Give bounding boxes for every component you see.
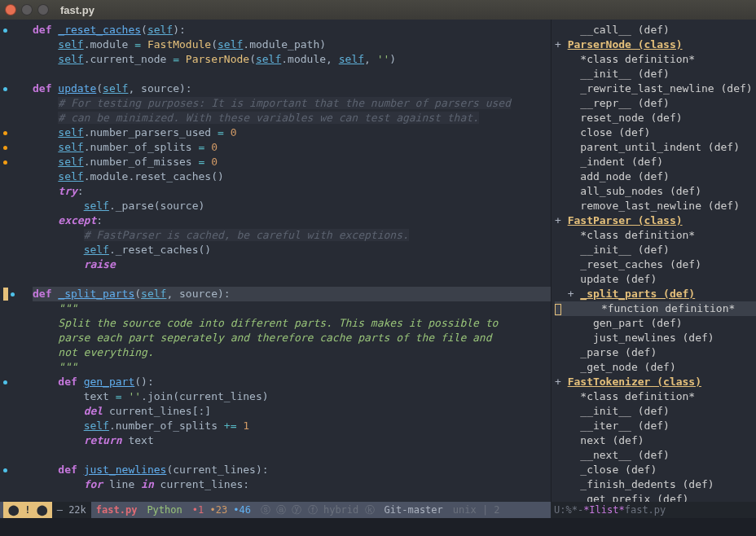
outline-item[interactable]: update (def) [555,272,756,287]
outline-item[interactable]: __init__ (def) [555,404,756,419]
outline-item[interactable]: __repr__ (def) [555,96,756,111]
code-line[interactable]: self._parse(source) [33,199,551,213]
editor-pane[interactable]: def _reset_caches(self): self.module = F… [0,20,551,502]
outline-item[interactable]: _get_node (def) [555,360,756,375]
outline-item[interactable]: *class definition* [555,52,756,67]
window-maximize-button[interactable] [37,4,49,15]
outline-item[interactable]: + FastTokenizer (class) [555,375,756,389]
outline-item[interactable]: _close (def) [555,463,756,477]
code-line[interactable]: def update(self, source): [33,81,551,96]
outline-item[interactable]: _parse (def) [555,345,756,360]
window-titlebar: fast.py [0,0,756,20]
code-line[interactable]: self.module.reset_caches() [33,169,551,184]
outline-item[interactable]: reset_node (def) [555,111,756,125]
blue-dot-icon [11,292,15,297]
outline-item[interactable]: remove_last_newline (def) [555,199,756,213]
modeline-errors[interactable]: •1 •23 •46 [187,502,256,518]
modeline-vcs[interactable]: Git-master [380,502,448,518]
outline-item[interactable]: __next__ (def) [555,448,756,463]
code-line[interactable]: """ [33,301,551,316]
gutter-row [0,448,24,463]
gutter-row [0,125,24,140]
code-line[interactable]: self.number_of_splits += 1 [33,419,551,433]
outline-item[interactable]: __init__ (def) [555,243,756,257]
outline-item[interactable]: __call__ (def) [555,23,756,37]
outline-item[interactable]: all_sub_nodes (def) [555,184,756,199]
code-line[interactable]: def just_newlines(current_lines): [33,463,551,477]
gutter-row [0,389,24,404]
window-close-button[interactable] [5,4,16,15]
blue-dot-icon [3,87,7,91]
gutter-row [0,199,24,213]
editor-code[interactable]: def _reset_caches(self): self.module = F… [24,20,551,502]
minibuffer[interactable] [0,518,756,536]
outline-item[interactable]: _indent (def) [555,155,756,169]
code-line[interactable]: except: [33,213,551,228]
outline-item[interactable]: __init__ (def) [555,67,756,81]
code-line[interactable]: try: [33,184,551,199]
outline-item[interactable]: gen_part (def) [555,316,756,331]
outline-item[interactable]: close (def) [555,125,756,140]
code-line[interactable]: return text [33,433,551,448]
cursor-gutter-icon [3,288,8,301]
outline-item[interactable]: *class definition* [555,389,756,404]
main-area: def _reset_caches(self): self.module = F… [0,20,756,502]
code-line[interactable]: text = ''.join(current_lines) [33,389,551,404]
code-line[interactable]: """ [33,360,551,375]
code-line[interactable]: for line in current_lines: [33,477,551,492]
modeline-right-file: fast.py [625,504,666,516]
outline-item[interactable]: *function definition* [555,301,756,316]
modeline-flycheck-indicator[interactable]: ⬤ ! ⬤ [3,502,52,518]
outline-item[interactable]: + _split_parts (def) [555,287,756,301]
gutter-row [0,404,24,419]
modeline-filename[interactable]: fast.py [91,502,143,518]
outline-item[interactable]: _get_prefix (def) [555,492,756,502]
outline-item[interactable]: + FastParser (class) [555,213,756,228]
outline-item[interactable]: _reset_caches (def) [555,257,756,272]
code-line[interactable] [33,272,551,287]
code-line[interactable]: self.number_of_splits = 0 [33,140,551,155]
code-line[interactable]: def _reset_caches(self): [33,23,551,37]
code-line[interactable]: Split the source code into different par… [33,316,551,331]
code-line[interactable]: raise [33,257,551,272]
window-title: fast.py [60,4,94,16]
outline-item[interactable]: _rewrite_last_newline (def) [555,81,756,96]
outline-item[interactable]: __iter__ (def) [555,419,756,433]
outline-item[interactable]: just_newlines (def) [555,331,756,345]
outline-item[interactable]: _finish_dedents (def) [555,477,756,492]
window-minimize-button[interactable] [21,4,33,15]
code-line[interactable]: # FastParser is cached, be careful with … [33,228,551,243]
outline-item[interactable]: add_node (def) [555,169,756,184]
code-line[interactable]: not everything. [33,345,551,360]
outline-item[interactable]: *class definition* [555,228,756,243]
outline-pane[interactable]: __call__ (def)+ ParserNode (class) *clas… [551,20,756,502]
code-line[interactable]: parse each part seperately and therefore… [33,331,551,345]
gutter-row [0,287,24,301]
outline-item[interactable]: + ParserNode (class) [555,37,756,52]
code-line[interactable]: self._reset_caches() [33,243,551,257]
outline-item[interactable]: next (def) [555,433,756,448]
code-line[interactable]: def gen_part(): [33,375,551,389]
gutter-row [0,419,24,433]
code-line[interactable]: # For testing purposes: It is important … [33,96,551,111]
modeline-major-mode[interactable]: Python [142,502,187,518]
code-line[interactable]: self.number_parsers_used = 0 [33,125,551,140]
gutter-row [0,272,24,287]
modeline-encoding: unix | 2 [448,502,505,518]
code-line[interactable]: # can be minimized. With these variables… [33,111,551,125]
code-line[interactable]: del current_lines[:] [33,404,551,419]
gutter-row [0,331,24,345]
code-line[interactable]: self.module = FastModule(self.module_pat… [33,37,551,52]
gutter-row [0,111,24,125]
modeline-right-status: U:%*- [554,504,583,516]
code-line[interactable] [33,448,551,463]
code-line[interactable]: self.current_node = ParserNode(self.modu… [33,52,551,67]
code-line[interactable]: def _split_parts(self, source): [33,287,551,301]
outline-item[interactable]: parent_until_indent (def) [555,140,756,155]
gutter-row [0,243,24,257]
modeline-minor-modes[interactable]: ⓢ ⓐ ⓨ ⓕ hybrid ⓚ [256,502,379,518]
gutter-row [0,81,24,96]
code-line[interactable] [33,67,551,81]
orange-dot-icon [3,131,7,135]
code-line[interactable]: self.number_of_misses = 0 [33,155,551,169]
